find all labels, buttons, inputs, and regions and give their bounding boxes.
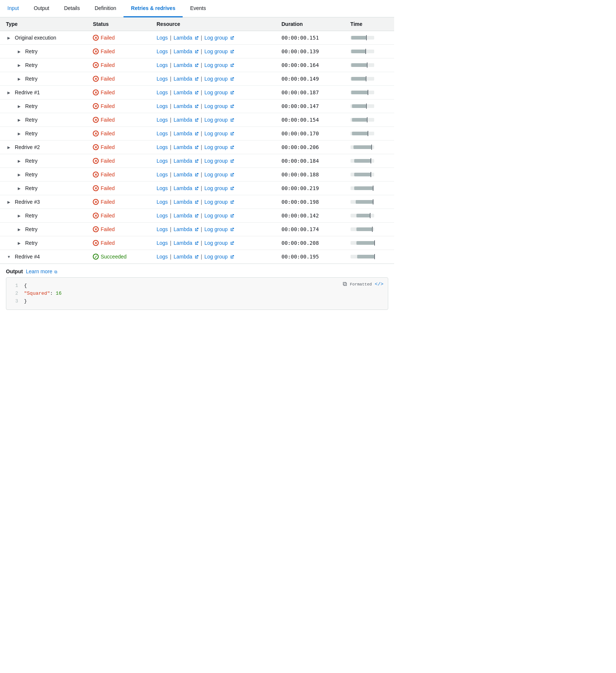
lambda-link[interactable]: Lambda <box>173 103 192 109</box>
log-group-link[interactable]: Log group <box>204 144 228 150</box>
time-bar-cell <box>345 31 394 45</box>
lambda-link[interactable]: Lambda <box>173 185 192 191</box>
log-group-link[interactable]: Log group <box>204 213 228 219</box>
line-number: 1 <box>12 282 18 290</box>
expand-button[interactable]: ▶ <box>16 213 22 219</box>
time-bar-tick <box>374 254 375 259</box>
learn-more-link[interactable]: Learn more ⧉ <box>26 268 57 274</box>
log-group-link[interactable]: Log group <box>204 240 228 246</box>
logs-link[interactable]: Logs <box>156 103 167 109</box>
tab-retries[interactable]: Retries & redrives <box>123 0 183 17</box>
logs-link[interactable]: Logs <box>156 89 167 95</box>
logs-link[interactable]: Logs <box>156 254 167 260</box>
lambda-link[interactable]: Lambda <box>173 240 192 246</box>
logs-link[interactable]: Logs <box>156 48 167 54</box>
logs-link[interactable]: Logs <box>156 62 167 68</box>
tab-details[interactable]: Details <box>57 0 87 17</box>
expand-button[interactable]: ▶ <box>16 158 22 164</box>
lambda-link[interactable]: Lambda <box>173 62 192 68</box>
lambda-link[interactable]: Lambda <box>173 35 192 41</box>
logs-link[interactable]: Logs <box>156 35 167 41</box>
logs-link[interactable]: Logs <box>156 226 167 232</box>
expand-button[interactable]: ▶ <box>6 89 12 95</box>
log-group-link[interactable]: Log group <box>204 76 228 82</box>
expand-button[interactable]: ▶ <box>6 144 12 150</box>
main-container: InputOutputDetailsDefinitionRetries & re… <box>0 0 394 310</box>
logs-link[interactable]: Logs <box>156 172 167 177</box>
log-group-link[interactable]: Log group <box>204 62 228 68</box>
expand-button[interactable]: ▶ <box>16 172 22 177</box>
log-group-link[interactable]: Log group <box>204 226 228 232</box>
status-cell: ✕Failed <box>87 99 150 113</box>
separator: | <box>170 254 172 260</box>
log-group-link[interactable]: Log group <box>204 35 228 41</box>
logs-link[interactable]: Logs <box>156 199 167 205</box>
expand-button[interactable]: ▶ <box>16 103 22 109</box>
log-group-link[interactable]: Log group <box>204 254 228 260</box>
expand-button[interactable]: ▼ <box>6 254 12 260</box>
logs-link[interactable]: Logs <box>156 213 167 219</box>
log-group-link[interactable]: Log group <box>204 117 228 123</box>
log-group-link[interactable]: Log group <box>204 172 228 177</box>
tab-events[interactable]: Events <box>183 0 213 17</box>
logs-link[interactable]: Logs <box>156 158 167 164</box>
lambda-link[interactable]: Lambda <box>173 131 192 136</box>
lambda-link[interactable]: Lambda <box>173 254 192 260</box>
lambda-link[interactable]: Lambda <box>173 117 192 123</box>
separator: | <box>201 213 202 219</box>
table-row: ▶Retry✕Failed Logs | Lambda | Log group … <box>0 209 394 223</box>
expand-button[interactable]: ▶ <box>16 76 22 82</box>
output-code-block: ⧉ Formatted </> 1{2 "Squared": 163} <box>6 277 388 310</box>
copy-button[interactable]: ⧉ <box>343 281 347 288</box>
tab-output[interactable]: Output <box>26 0 57 17</box>
lambda-link[interactable]: Lambda <box>173 158 192 164</box>
expand-button[interactable]: ▶ <box>6 199 12 205</box>
logs-link[interactable]: Logs <box>156 131 167 136</box>
log-group-link[interactable]: Log group <box>204 103 228 109</box>
log-group-link[interactable]: Log group <box>204 131 228 136</box>
time-bar <box>351 214 388 217</box>
lambda-link[interactable]: Lambda <box>173 76 192 82</box>
logs-link[interactable]: Logs <box>156 76 167 82</box>
expand-button[interactable]: ▶ <box>16 62 22 68</box>
log-group-link[interactable]: Log group <box>204 158 228 164</box>
lambda-link[interactable]: Lambda <box>173 226 192 232</box>
type-label: Retry <box>25 158 37 164</box>
logs-link[interactable]: Logs <box>156 185 167 191</box>
logs-link[interactable]: Logs <box>156 240 167 246</box>
log-group-link[interactable]: Log group <box>204 89 228 95</box>
log-group-link[interactable]: Log group <box>204 48 228 54</box>
status-cell: ✕Failed <box>87 72 150 86</box>
tab-input[interactable]: Input <box>0 0 26 17</box>
time-bar-tick <box>366 104 367 109</box>
failed-icon: ✕ <box>93 48 99 54</box>
status-text: Failed <box>101 172 115 177</box>
duration-cell: 00:00:00.206 <box>275 141 344 154</box>
log-group-link[interactable]: Log group <box>204 199 228 205</box>
lambda-link[interactable]: Lambda <box>173 89 192 95</box>
expand-button[interactable]: ▶ <box>16 240 22 246</box>
expand-button[interactable]: ▶ <box>16 117 22 123</box>
log-group-link[interactable]: Log group <box>204 185 228 191</box>
tab-definition[interactable]: Definition <box>87 0 123 17</box>
expand-button[interactable]: ▶ <box>16 226 22 232</box>
format-toggle-icon[interactable]: </> <box>375 281 383 287</box>
expand-button[interactable]: ▶ <box>16 131 22 136</box>
lambda-link[interactable]: Lambda <box>173 144 192 150</box>
lambda-link[interactable]: Lambda <box>173 48 192 54</box>
table-row: ▶Retry✕Failed Logs | Lambda | Log group … <box>0 182 394 195</box>
external-link-icon <box>194 77 199 81</box>
logs-link[interactable]: Logs <box>156 144 167 150</box>
expand-button[interactable]: ▶ <box>16 48 22 54</box>
expand-button[interactable]: ▶ <box>6 35 12 41</box>
table-row: ▶Retry✕Failed Logs | Lambda | Log group … <box>0 236 394 250</box>
expand-button[interactable]: ▶ <box>16 185 22 191</box>
lambda-link[interactable]: Lambda <box>173 172 192 177</box>
external-link-icon <box>230 255 234 259</box>
duration-cell: 00:00:00.147 <box>275 99 344 113</box>
logs-link[interactable]: Logs <box>156 117 167 123</box>
lambda-link[interactable]: Lambda <box>173 213 192 219</box>
status-text: Failed <box>101 117 115 123</box>
time-bar <box>351 145 388 149</box>
lambda-link[interactable]: Lambda <box>173 199 192 205</box>
